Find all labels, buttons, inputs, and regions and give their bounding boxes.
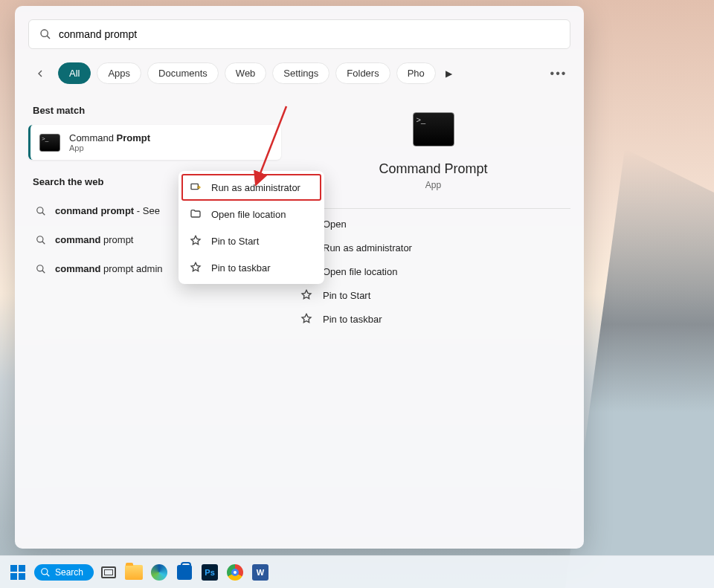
svg-point-6 (37, 265, 43, 271)
filter-web[interactable]: Web (225, 62, 267, 84)
folder-icon (125, 565, 143, 580)
action-open-file-location[interactable]: Open file location (296, 259, 570, 283)
edge-button[interactable] (149, 562, 170, 583)
ctx-label: Run as administrator (211, 182, 300, 193)
word-button[interactable]: W (250, 562, 271, 583)
folder-icon (189, 207, 202, 221)
filter-photos[interactable]: Pho (396, 62, 436, 84)
svg-rect-9 (191, 184, 198, 189)
taskview-button[interactable] (98, 562, 119, 583)
svg-line-1 (47, 36, 50, 39)
windows-logo-icon (10, 565, 25, 580)
web-result-text: command prompt (55, 234, 133, 245)
action-label: Open (323, 219, 347, 230)
ctx-run-as-administrator[interactable]: Run as administrator (181, 174, 321, 201)
filter-more-icon[interactable]: ▶ (442, 68, 457, 79)
search-icon (36, 235, 46, 245)
ctx-pin-to-start[interactable]: Pin to Start (181, 227, 321, 254)
pin-icon (300, 313, 312, 325)
word-icon: W (252, 564, 268, 581)
action-label: Open file location (323, 266, 397, 277)
action-label: Run as administrator (323, 242, 412, 253)
command-prompt-icon-large (413, 112, 454, 146)
ctx-open-file-location[interactable]: Open file location (181, 201, 321, 227)
pin-icon (189, 261, 202, 274)
action-label: Pin to taskbar (323, 314, 382, 325)
store-button[interactable] (174, 562, 195, 583)
taskview-icon (101, 566, 116, 578)
svg-point-11 (42, 568, 48, 574)
search-input[interactable] (59, 28, 559, 40)
file-explorer-button[interactable] (123, 562, 144, 583)
section-best-match: Best match (33, 105, 281, 116)
more-options-icon[interactable]: ••• (550, 67, 567, 80)
back-button[interactable] (31, 65, 49, 83)
action-run-as-administrator[interactable]: Run as administrator (296, 236, 570, 259)
best-match-result[interactable]: Command Prompt App (28, 125, 281, 160)
pin-icon (300, 289, 312, 301)
search-icon (36, 264, 46, 274)
command-prompt-icon (39, 134, 60, 152)
svg-point-2 (37, 207, 43, 213)
filter-apps[interactable]: Apps (97, 62, 141, 84)
admin-icon (189, 181, 202, 194)
filter-all[interactable]: All (58, 62, 91, 84)
svg-line-5 (42, 241, 45, 244)
web-result-text: conmand prompt - See (55, 205, 160, 216)
svg-point-0 (41, 30, 48, 36)
filter-folders[interactable]: Folders (335, 62, 390, 84)
start-button[interactable] (6, 560, 30, 584)
filter-documents[interactable]: Documents (147, 62, 219, 84)
action-open[interactable]: Open (296, 212, 570, 236)
context-menu: Run as administratorOpen file locationPi… (178, 171, 324, 284)
ctx-label: Pin to taskbar (211, 262, 271, 274)
search-icon (39, 28, 51, 40)
photoshop-icon: Ps (202, 564, 218, 581)
chrome-icon (227, 564, 243, 581)
search-box[interactable] (28, 19, 570, 49)
best-match-subtitle: App (69, 143, 150, 152)
svg-line-12 (47, 573, 50, 576)
filter-settings[interactable]: Settings (272, 62, 329, 84)
svg-line-7 (42, 270, 45, 273)
filter-row: All Apps Documents Web Settings Folders … (28, 62, 570, 84)
web-result-text: command prompt admin (55, 263, 163, 274)
search-panel: All Apps Documents Web Settings Folders … (15, 6, 584, 549)
ctx-pin-to-taskbar[interactable]: Pin to taskbar (181, 254, 321, 281)
chrome-button[interactable] (225, 562, 245, 583)
taskbar-search-button[interactable]: Search (34, 564, 94, 581)
svg-line-3 (42, 212, 45, 215)
edge-icon (151, 564, 167, 581)
detail-actions: OpenRun as administratorOpen file locati… (296, 209, 570, 334)
action-pin-to-start[interactable]: Pin to Start (296, 283, 570, 307)
detail-card: Command Prompt App (296, 97, 570, 209)
action-label: Pin to Start (323, 290, 370, 301)
ctx-label: Pin to Start (211, 236, 259, 247)
taskbar: Search Ps W (0, 555, 714, 588)
pin-icon (189, 234, 202, 248)
svg-point-4 (37, 236, 43, 242)
best-match-title: Command Prompt (69, 132, 150, 143)
detail-name: Command Prompt (379, 161, 487, 177)
photoshop-button[interactable]: Ps (199, 562, 220, 583)
store-icon (177, 565, 192, 580)
action-pin-to-taskbar[interactable]: Pin to taskbar (296, 307, 570, 331)
detail-subtitle: App (425, 180, 441, 190)
search-icon (36, 206, 46, 216)
ctx-label: Open file location (211, 209, 286, 220)
